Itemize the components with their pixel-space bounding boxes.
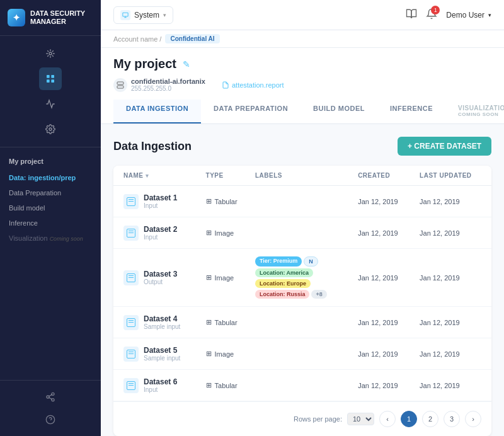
table-row[interactable]: Dataset 1 Input ⊞ Tabular Jan 12, 2019 J… <box>113 186 491 217</box>
app-title: DATA SECURITY MANAGER <box>30 9 85 26</box>
dataset-name-cell: Dataset 4 Sample input <box>123 314 206 330</box>
share-icon[interactable] <box>42 388 59 406</box>
svg-line-9 <box>49 398 52 399</box>
label-location-russia: Location: Russia <box>255 290 310 299</box>
sort-icon: ▾ <box>146 173 149 179</box>
svg-point-5 <box>49 128 52 130</box>
svg-rect-13 <box>123 13 128 16</box>
table-row[interactable]: Dataset 4 Sample input ⊞ Tabular Jan 12,… <box>113 307 491 338</box>
help-icon[interactable] <box>42 411 59 428</box>
topbar-right: 1 Demo User ▾ <box>406 8 491 22</box>
user-menu-btn[interactable]: Demo User ▾ <box>446 11 491 20</box>
project-header: My project ✎ confidential-ai.fortanix 25… <box>101 48 504 124</box>
svg-point-8 <box>52 399 54 401</box>
settings-icon[interactable] <box>39 118 62 141</box>
svg-point-6 <box>52 393 54 395</box>
dataset-icon <box>123 347 139 362</box>
label-n: N <box>304 256 318 267</box>
pagination: Rows per page: 10 25 50 ‹ 1 2 3 › <box>113 401 491 436</box>
sidebar-bottom-icons <box>0 380 101 436</box>
edit-project-icon[interactable]: ✎ <box>183 59 190 69</box>
type-icon: ⊞ <box>206 273 212 282</box>
col-name: NAME ▾ <box>123 172 206 179</box>
svg-point-0 <box>49 52 52 55</box>
dataset-table: NAME ▾ TYPE LABELS CREATED LAST UPDATED … <box>113 166 491 436</box>
page-1-btn[interactable]: 1 <box>401 411 417 427</box>
type-icon: ⊞ <box>206 318 212 326</box>
col-labels: LABELS <box>255 172 358 179</box>
docs-icon[interactable] <box>406 8 417 22</box>
type-icon: ⊞ <box>206 197 212 205</box>
sidebar-item-inference[interactable]: Inference <box>0 215 101 231</box>
attestation-link[interactable]: attestation.report <box>222 81 284 89</box>
breadcrumb-account: Account name / <box>113 35 161 43</box>
type-icon: ⊞ <box>206 229 212 237</box>
models-icon[interactable] <box>39 93 62 115</box>
app-logo: ✦ DATA SECURITY MANAGER <box>0 0 101 36</box>
main-area: System ▾ 1 Demo User ▾ Account name / Co… <box>101 0 504 436</box>
project-server-icon <box>113 78 127 92</box>
next-page-btn[interactable]: › <box>465 411 481 427</box>
dataset-icon <box>123 270 139 285</box>
system-icon <box>120 10 130 20</box>
type-icon: ⊞ <box>206 381 212 389</box>
prev-page-btn[interactable]: ‹ <box>379 411 396 427</box>
content-title: Data Ingestion <box>113 140 192 153</box>
topbar: System ▾ 1 Demo User ▾ <box>101 0 504 30</box>
svg-point-7 <box>47 396 49 398</box>
svg-rect-16 <box>117 82 123 84</box>
user-label: Demo User <box>446 11 484 20</box>
type-icon: ⊞ <box>206 350 212 358</box>
project-server-name: confidential-ai.fortanix <box>131 77 205 85</box>
sidebar-item-data-ingestion-prep[interactable]: Data: ingestion/prep <box>0 170 101 185</box>
dataset-name-cell: Dataset 1 Input <box>123 193 206 209</box>
label-tier-premium: Tier: Premium <box>255 256 302 267</box>
page-2-btn[interactable]: 2 <box>422 411 438 427</box>
table-row[interactable]: Dataset 3 Output ⊞ Image Tier: Premium N… <box>113 249 491 307</box>
project-meta: confidential-ai.fortanix 255.255.255.0 a… <box>113 77 491 92</box>
tab-data-preparation[interactable]: DATA PREPARATION <box>201 100 301 123</box>
table-row[interactable]: Dataset 5 Sample input ⊞ Image Jan 12, 2… <box>113 338 491 370</box>
label-more: +8 <box>311 290 326 299</box>
content-header: Data Ingestion + CREATE DATASET <box>113 137 491 156</box>
dataset-name-cell: Dataset 5 Sample input <box>123 346 206 362</box>
dataset-icon <box>123 194 139 209</box>
sidebar-top-icons <box>0 36 101 147</box>
dataset-name-cell: Dataset 3 Output <box>123 270 206 285</box>
home-icon[interactable] <box>39 42 62 65</box>
tab-build-model[interactable]: BUILD MODEL <box>301 100 377 123</box>
create-dataset-button[interactable]: + CREATE DATASET <box>398 137 491 156</box>
breadcrumb: Account name / Confidential AI <box>101 30 504 48</box>
sidebar-item-build-model[interactable]: Build model <box>0 200 101 215</box>
datasets-icon[interactable] <box>39 67 62 90</box>
system-label: System <box>134 11 159 20</box>
system-dropdown-btn[interactable]: System ▾ <box>113 6 173 24</box>
system-chevron-icon: ▾ <box>163 12 166 18</box>
tab-inference[interactable]: INFERENCE <box>377 100 445 123</box>
page-3-btn[interactable]: 3 <box>444 411 460 427</box>
project-server-ip: 255.255.255.0 <box>131 85 205 92</box>
tab-data-ingestion[interactable]: DATA INGESTION <box>113 100 201 123</box>
svg-line-10 <box>49 394 52 396</box>
notification-count: 1 <box>431 6 440 14</box>
rows-per-page-select[interactable]: 10 25 50 <box>347 413 374 425</box>
sidebar: ✦ DATA SECURITY MANAGER My project Data:… <box>0 0 101 436</box>
dataset-name-cell: Dataset 6 Input <box>123 377 206 393</box>
notification-btn[interactable]: 1 <box>426 8 437 21</box>
svg-rect-2 <box>51 75 54 78</box>
logo-icon: ✦ <box>8 9 25 26</box>
sidebar-item-data-preparation[interactable]: Data Preparation <box>0 185 101 200</box>
sidebar-item-visualization: Visualization Coming soon <box>0 231 101 246</box>
breadcrumb-badge: Confidential AI <box>165 34 219 43</box>
table-row[interactable]: Dataset 6 Input ⊞ Tabular Jan 12, 2019 J… <box>113 370 491 401</box>
tab-visualization: VISUALIZATION Coming soon <box>445 100 504 123</box>
svg-rect-3 <box>47 79 50 83</box>
dataset-icon <box>123 315 139 330</box>
sidebar-project-label: My project <box>0 152 101 170</box>
col-last-updated: LAST UPDATED <box>420 172 481 179</box>
svg-rect-1 <box>47 75 50 78</box>
user-chevron-icon: ▾ <box>488 12 491 18</box>
project-title-row: My project ✎ <box>113 57 491 71</box>
table-header: NAME ▾ TYPE LABELS CREATED LAST UPDATED <box>113 166 491 186</box>
table-row[interactable]: Dataset 2 Input ⊞ Image Jan 12, 2019 Jan… <box>113 217 491 249</box>
